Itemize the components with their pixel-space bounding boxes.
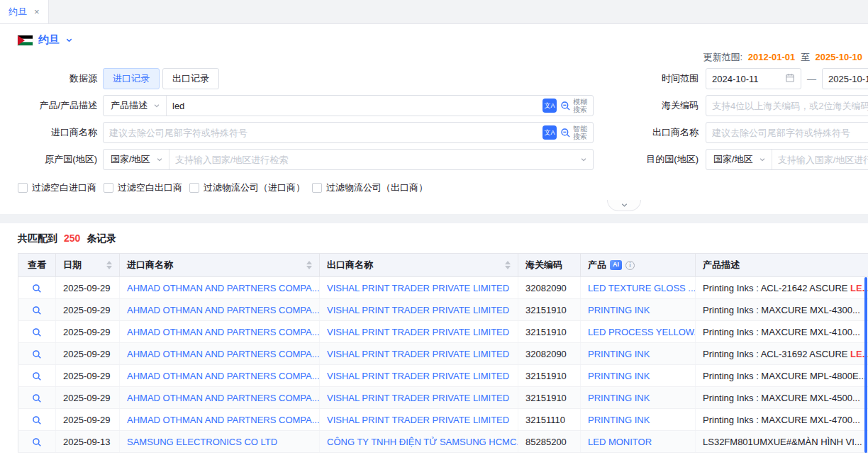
magnifier-icon[interactable] xyxy=(32,305,42,315)
translate-icon[interactable]: 文A xyxy=(542,99,557,113)
row-date: 2025-09-29 xyxy=(63,415,111,425)
product-link[interactable]: PRINTING INK xyxy=(588,415,650,425)
results-summary: 共匹配到 250 条记录 xyxy=(18,232,868,245)
table-row: 2025-09-13SAMSUNG ELECTRONICS CO LTDCÔNG… xyxy=(18,431,868,453)
time-range-label: 时间范围 xyxy=(594,72,699,85)
origin-label: 原产国(地区) xyxy=(18,153,97,166)
importer-name-input[interactable] xyxy=(104,123,540,142)
row-date: 2025-09-29 xyxy=(63,371,111,381)
exporter-link[interactable]: VISHAL PRINT TRADER PRIVATE LIMITED xyxy=(327,283,509,293)
tab-close-icon[interactable]: × xyxy=(34,7,40,16)
checkbox-icon[interactable] xyxy=(18,183,28,193)
magnifier-icon[interactable] xyxy=(32,393,42,403)
importer-link[interactable]: AHMAD OTHMAN AND PARTNERS COMPA... xyxy=(127,393,320,403)
datasource-toggle: 进口记录 出口记录 xyxy=(103,68,219,89)
product-link[interactable]: PRINTING INK xyxy=(588,349,650,359)
exporter-link[interactable]: VISHAL PRINT TRADER PRIVATE LIMITED xyxy=(327,371,509,381)
destination-country-group: 国家/地区 xyxy=(706,149,868,170)
product-link[interactable]: LED PROCESS YELLOW... xyxy=(588,327,696,337)
magnifier-icon[interactable] xyxy=(32,284,42,293)
destination-label: 目的国(地区) xyxy=(594,153,699,166)
row-product-desc: LS32FM801UMXUE#&MÀN HÌNH VI... xyxy=(703,437,862,447)
table-row: 2025-09-29AHMAD OTHMAN AND PARTNERS COMP… xyxy=(18,365,868,387)
export-records-tab[interactable]: 出口记录 xyxy=(162,68,219,89)
row-hs-code: 32082090 xyxy=(525,283,567,293)
row-date: 2025-09-29 xyxy=(63,305,111,315)
chevron-down-icon[interactable] xyxy=(65,36,73,44)
magnifier-icon[interactable] xyxy=(32,349,42,359)
date-to-picker[interactable]: 2025-10-10 xyxy=(822,68,868,89)
magnifier-icon[interactable] xyxy=(32,327,42,337)
hs-code-label: 海关编码 xyxy=(594,99,699,112)
destination-country-select[interactable]: 国家/地区 xyxy=(706,150,772,169)
exporter-link[interactable]: VISHAL PRINT TRADER PRIVATE LIMITED xyxy=(327,327,509,337)
checkbox-icon[interactable] xyxy=(312,183,322,193)
row-product-desc: Printing Inks : MAXCURE MXL-4500... xyxy=(703,393,860,403)
fuzzy-search-button[interactable]: 模糊搜索 xyxy=(560,98,589,113)
importer-search-group: 文A 智能搜索 xyxy=(103,122,594,143)
sort-importer-button[interactable] xyxy=(306,261,312,269)
product-keyword-input[interactable] xyxy=(167,96,540,115)
summary-prefix: 共匹配到 xyxy=(18,232,57,244)
ai-badge: AI xyxy=(610,260,622,270)
collapse-search-panel-button[interactable] xyxy=(607,200,641,211)
destination-country-input[interactable] xyxy=(772,150,868,169)
results-panel: 共匹配到 250 条记录 查看 日期 进口商名称 出口商名称 海关编码 xyxy=(0,223,868,453)
exporter-link[interactable]: VISHAL PRINT TRADER PRIVATE LIMITED xyxy=(327,349,509,359)
importer-link[interactable]: AHMAD OTHMAN AND PARTNERS COMPA... xyxy=(127,415,320,425)
date-from-value: 2024-10-11 xyxy=(712,74,759,84)
smart-search-button[interactable]: 智能搜索 xyxy=(560,125,589,140)
update-range-label: 更新范围: xyxy=(703,52,743,62)
exporter-link[interactable]: VISHAL PRINT TRADER PRIVATE LIMITED xyxy=(327,305,509,315)
origin-country-input[interactable] xyxy=(169,150,574,169)
col-view: 查看 xyxy=(28,259,46,271)
smart-search-label: 智能搜索 xyxy=(573,125,589,140)
tab-jordan[interactable]: 约旦 × xyxy=(0,0,49,23)
table-row: 2025-09-29AHMAD OTHMAN AND PARTNERS COMP… xyxy=(18,277,868,299)
info-icon[interactable]: i xyxy=(625,261,635,270)
magnifier-icon[interactable] xyxy=(32,371,42,381)
exporter-link[interactable]: VISHAL PRINT TRADER PRIVATE LIMITED xyxy=(327,415,509,425)
row-product-desc: Printing Inks : MAXCURE MXL-4300... xyxy=(703,305,860,315)
importer-link[interactable]: SAMSUNG ELECTRONICS CO LTD xyxy=(127,437,277,447)
col-product-desc: 产品描述 xyxy=(703,259,740,271)
import-records-tab[interactable]: 进口记录 xyxy=(103,68,160,89)
magnifier-icon[interactable] xyxy=(32,415,42,425)
table-row: 2025-09-29AHMAD OTHMAN AND PARTNERS COMP… xyxy=(18,343,868,365)
exporter-link[interactable]: CÔNG TY TNHH ĐIỆN TỬ SAMSUNG HCMC... xyxy=(327,437,518,447)
importer-link[interactable]: AHMAD OTHMAN AND PARTNERS COMPA... xyxy=(127,283,320,293)
sort-date-button[interactable] xyxy=(106,261,112,269)
product-link[interactable]: LED TEXTURE GLOSS ... xyxy=(588,283,696,293)
magnifier-icon[interactable] xyxy=(32,437,42,447)
importer-link[interactable]: AHMAD OTHMAN AND PARTNERS COMPA... xyxy=(127,305,320,315)
checkbox-filter-logistics-exporter[interactable]: 过滤物流公司（出口商） xyxy=(312,181,428,194)
table-header-row: 查看 日期 进口商名称 出口商名称 海关编码 产品 AI i 产品描述 xyxy=(18,254,868,277)
checkbox-icon[interactable] xyxy=(104,183,113,193)
hs-code-input[interactable] xyxy=(706,96,868,115)
product-link[interactable]: PRINTING INK xyxy=(588,393,650,403)
checkbox-filter-blank-importer[interactable]: 过滤空白进口商 xyxy=(18,181,96,194)
checkbox-icon[interactable] xyxy=(189,183,199,193)
date-from-picker[interactable]: 2024-10-11 xyxy=(706,68,801,89)
product-link[interactable]: LED MONITOR xyxy=(588,437,652,447)
sort-exporter-button[interactable] xyxy=(505,261,511,269)
row-hs-code: 32151910 xyxy=(525,371,567,381)
datasource-label: 数据源 xyxy=(18,72,97,85)
importer-link[interactable]: AHMAD OTHMAN AND PARTNERS COMPA... xyxy=(127,349,320,359)
row-hs-code: 85285200 xyxy=(525,437,567,447)
chevron-down-icon[interactable] xyxy=(574,156,593,163)
update-range-end: 2025-10-10 xyxy=(816,52,863,62)
exporter-link[interactable]: VISHAL PRINT TRADER PRIVATE LIMITED xyxy=(327,393,509,403)
exporter-name-input[interactable] xyxy=(706,123,868,142)
importer-link[interactable]: AHMAD OTHMAN AND PARTNERS COMPA... xyxy=(127,327,320,337)
product-link[interactable]: PRINTING INK xyxy=(588,371,650,381)
vertical-scrollbar-thumb[interactable] xyxy=(864,277,867,453)
checkbox-filter-logistics-importer[interactable]: 过滤物流公司（进口商） xyxy=(189,181,305,194)
product-field-select[interactable]: 产品描述 xyxy=(104,96,167,116)
origin-country-select[interactable]: 国家/地区 xyxy=(104,150,169,169)
checkbox-filter-blank-exporter[interactable]: 过滤空白出口商 xyxy=(104,181,182,194)
importer-link[interactable]: AHMAD OTHMAN AND PARTNERS COMPA... xyxy=(127,371,320,381)
product-link[interactable]: PRINTING INK xyxy=(588,305,650,315)
row-product-desc: Printing Inks : MAXCURE MPL-4800E... xyxy=(703,371,866,381)
translate-icon[interactable]: 文A xyxy=(542,125,557,140)
